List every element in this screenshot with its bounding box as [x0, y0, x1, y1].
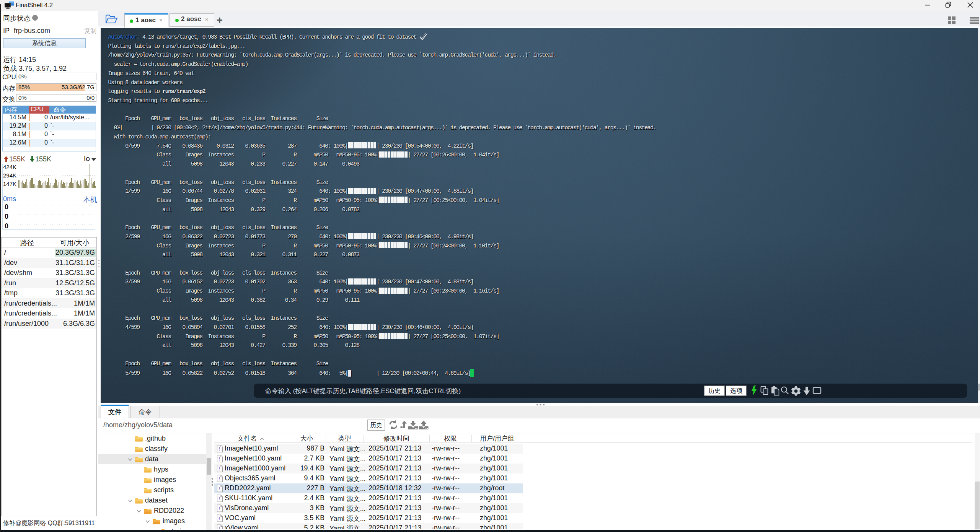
svg-text:!: !	[219, 496, 220, 501]
svg-text:!: !	[219, 476, 220, 482]
svg-text:!: !	[219, 486, 220, 491]
svg-text:!: !	[219, 446, 220, 452]
svg-text:!: !	[219, 526, 220, 529]
svg-text:!: !	[219, 506, 220, 511]
svg-text:!: !	[219, 456, 220, 462]
svg-text:!: !	[219, 466, 220, 472]
svg-text:!: !	[219, 516, 220, 521]
